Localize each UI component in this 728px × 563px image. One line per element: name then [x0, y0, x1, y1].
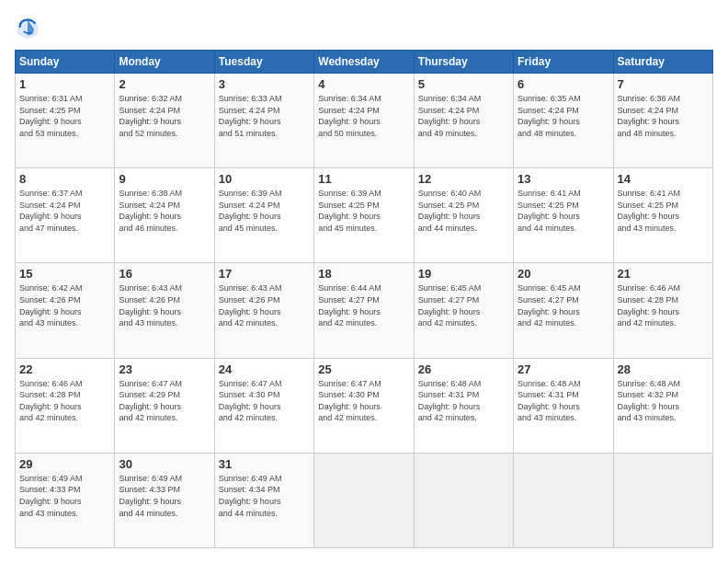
day-info: Sunrise: 6:37 AM Sunset: 4:24 PM Dayligh… — [19, 188, 110, 234]
day-number: 25 — [318, 362, 409, 376]
calendar-cell: 22Sunrise: 6:46 AM Sunset: 4:28 PM Dayli… — [16, 358, 115, 453]
weekday-header-wednesday: Wednesday — [314, 51, 414, 74]
day-info: Sunrise: 6:39 AM Sunset: 4:25 PM Dayligh… — [318, 188, 409, 234]
day-number: 16 — [119, 267, 210, 281]
calendar-cell: 6Sunrise: 6:35 AM Sunset: 4:24 PM Daylig… — [514, 74, 613, 168]
calendar-header: SundayMondayTuesdayWednesdayThursdayFrid… — [16, 51, 713, 74]
calendar-cell: 23Sunrise: 6:47 AM Sunset: 4:29 PM Dayli… — [115, 358, 214, 453]
day-number: 8 — [19, 172, 110, 186]
day-info: Sunrise: 6:47 AM Sunset: 4:29 PM Dayligh… — [119, 378, 210, 424]
calendar-cell: 13Sunrise: 6:41 AM Sunset: 4:25 PM Dayli… — [514, 168, 613, 263]
week-row-1: 8Sunrise: 6:37 AM Sunset: 4:24 PM Daylig… — [16, 168, 713, 263]
day-info: Sunrise: 6:47 AM Sunset: 4:30 PM Dayligh… — [318, 378, 409, 424]
calendar-cell: 3Sunrise: 6:33 AM Sunset: 4:24 PM Daylig… — [214, 74, 313, 168]
day-number: 13 — [518, 172, 609, 186]
header — [15, 15, 713, 40]
calendar-cell: 14Sunrise: 6:41 AM Sunset: 4:25 PM Dayli… — [613, 168, 712, 263]
day-info: Sunrise: 6:41 AM Sunset: 4:25 PM Dayligh… — [618, 188, 709, 234]
day-number: 5 — [418, 77, 509, 91]
calendar-cell: 7Sunrise: 6:36 AM Sunset: 4:24 PM Daylig… — [613, 74, 712, 168]
calendar-cell: 21Sunrise: 6:46 AM Sunset: 4:28 PM Dayli… — [613, 263, 712, 358]
weekday-header-sunday: Sunday — [16, 51, 115, 74]
logo — [15, 15, 44, 40]
logo-icon — [15, 15, 40, 40]
day-info: Sunrise: 6:44 AM Sunset: 4:27 PM Dayligh… — [318, 282, 409, 328]
week-row-3: 22Sunrise: 6:46 AM Sunset: 4:28 PM Dayli… — [16, 358, 713, 453]
calendar-cell: 26Sunrise: 6:48 AM Sunset: 4:31 PM Dayli… — [414, 358, 513, 453]
day-info: Sunrise: 6:43 AM Sunset: 4:26 PM Dayligh… — [119, 282, 210, 328]
week-row-4: 29Sunrise: 6:49 AM Sunset: 4:33 PM Dayli… — [16, 453, 713, 547]
calendar-cell: 28Sunrise: 6:48 AM Sunset: 4:32 PM Dayli… — [613, 358, 712, 453]
weekday-header-thursday: Thursday — [414, 51, 513, 74]
day-number: 2 — [119, 77, 210, 91]
day-number: 9 — [119, 172, 210, 186]
day-info: Sunrise: 6:33 AM Sunset: 4:24 PM Dayligh… — [219, 93, 310, 139]
day-info: Sunrise: 6:49 AM Sunset: 4:33 PM Dayligh… — [119, 473, 210, 519]
day-info: Sunrise: 6:47 AM Sunset: 4:30 PM Dayligh… — [219, 378, 310, 424]
day-number: 30 — [119, 457, 210, 471]
day-number: 31 — [219, 457, 310, 471]
day-info: Sunrise: 6:41 AM Sunset: 4:25 PM Dayligh… — [518, 188, 609, 234]
day-number: 26 — [418, 362, 509, 376]
day-number: 11 — [318, 172, 409, 186]
day-number: 21 — [618, 267, 709, 281]
day-number: 27 — [518, 362, 609, 376]
day-info: Sunrise: 6:42 AM Sunset: 4:26 PM Dayligh… — [19, 282, 110, 328]
day-info: Sunrise: 6:46 AM Sunset: 4:28 PM Dayligh… — [19, 378, 110, 424]
day-number: 10 — [219, 172, 310, 186]
calendar-cell: 11Sunrise: 6:39 AM Sunset: 4:25 PM Dayli… — [314, 168, 414, 263]
calendar-table: SundayMondayTuesdayWednesdayThursdayFrid… — [15, 50, 713, 548]
day-info: Sunrise: 6:38 AM Sunset: 4:24 PM Dayligh… — [119, 188, 210, 234]
day-info: Sunrise: 6:48 AM Sunset: 4:31 PM Dayligh… — [518, 378, 609, 424]
page: SundayMondayTuesdayWednesdayThursdayFrid… — [0, 0, 728, 563]
day-info: Sunrise: 6:48 AM Sunset: 4:31 PM Dayligh… — [418, 378, 509, 424]
calendar-cell: 15Sunrise: 6:42 AM Sunset: 4:26 PM Dayli… — [16, 263, 115, 358]
day-number: 15 — [19, 267, 110, 281]
day-number: 29 — [19, 457, 110, 471]
day-number: 1 — [19, 77, 110, 91]
day-info: Sunrise: 6:49 AM Sunset: 4:33 PM Dayligh… — [19, 473, 110, 519]
day-number: 4 — [318, 77, 409, 91]
calendar-body: 1Sunrise: 6:31 AM Sunset: 4:25 PM Daylig… — [16, 74, 713, 548]
day-number: 22 — [19, 362, 110, 376]
calendar-cell — [514, 453, 613, 547]
calendar-cell: 31Sunrise: 6:49 AM Sunset: 4:34 PM Dayli… — [214, 453, 313, 547]
day-number: 6 — [518, 77, 609, 91]
week-row-0: 1Sunrise: 6:31 AM Sunset: 4:25 PM Daylig… — [16, 74, 713, 168]
day-info: Sunrise: 6:40 AM Sunset: 4:25 PM Dayligh… — [418, 188, 509, 234]
day-info: Sunrise: 6:43 AM Sunset: 4:26 PM Dayligh… — [219, 282, 310, 328]
day-number: 12 — [418, 172, 509, 186]
calendar-cell: 4Sunrise: 6:34 AM Sunset: 4:24 PM Daylig… — [314, 74, 414, 168]
calendar-cell: 16Sunrise: 6:43 AM Sunset: 4:26 PM Dayli… — [115, 263, 214, 358]
day-info: Sunrise: 6:34 AM Sunset: 4:24 PM Dayligh… — [318, 93, 409, 139]
calendar-cell: 8Sunrise: 6:37 AM Sunset: 4:24 PM Daylig… — [16, 168, 115, 263]
day-number: 23 — [119, 362, 210, 376]
day-info: Sunrise: 6:34 AM Sunset: 4:24 PM Dayligh… — [418, 93, 509, 139]
calendar-cell: 29Sunrise: 6:49 AM Sunset: 4:33 PM Dayli… — [16, 453, 115, 547]
day-info: Sunrise: 6:48 AM Sunset: 4:32 PM Dayligh… — [618, 378, 709, 424]
day-number: 19 — [418, 267, 509, 281]
day-info: Sunrise: 6:46 AM Sunset: 4:28 PM Dayligh… — [618, 282, 709, 328]
day-info: Sunrise: 6:45 AM Sunset: 4:27 PM Dayligh… — [518, 282, 609, 328]
calendar-cell: 17Sunrise: 6:43 AM Sunset: 4:26 PM Dayli… — [214, 263, 313, 358]
day-info: Sunrise: 6:35 AM Sunset: 4:24 PM Dayligh… — [518, 93, 609, 139]
calendar-cell — [414, 453, 513, 547]
day-number: 7 — [618, 77, 709, 91]
day-number: 20 — [518, 267, 609, 281]
calendar-cell: 2Sunrise: 6:32 AM Sunset: 4:24 PM Daylig… — [115, 74, 214, 168]
weekday-row: SundayMondayTuesdayWednesdayThursdayFrid… — [16, 51, 713, 74]
day-number: 3 — [219, 77, 310, 91]
day-number: 17 — [219, 267, 310, 281]
day-info: Sunrise: 6:36 AM Sunset: 4:24 PM Dayligh… — [618, 93, 709, 139]
calendar-cell: 25Sunrise: 6:47 AM Sunset: 4:30 PM Dayli… — [314, 358, 414, 453]
day-info: Sunrise: 6:49 AM Sunset: 4:34 PM Dayligh… — [219, 473, 310, 519]
weekday-header-tuesday: Tuesday — [214, 51, 313, 74]
weekday-header-saturday: Saturday — [613, 51, 712, 74]
calendar-cell: 1Sunrise: 6:31 AM Sunset: 4:25 PM Daylig… — [16, 74, 115, 168]
day-number: 28 — [618, 362, 709, 376]
day-info: Sunrise: 6:31 AM Sunset: 4:25 PM Dayligh… — [19, 93, 110, 139]
day-number: 18 — [318, 267, 409, 281]
weekday-header-friday: Friday — [514, 51, 613, 74]
calendar-cell: 30Sunrise: 6:49 AM Sunset: 4:33 PM Dayli… — [115, 453, 214, 547]
calendar-cell — [314, 453, 414, 547]
